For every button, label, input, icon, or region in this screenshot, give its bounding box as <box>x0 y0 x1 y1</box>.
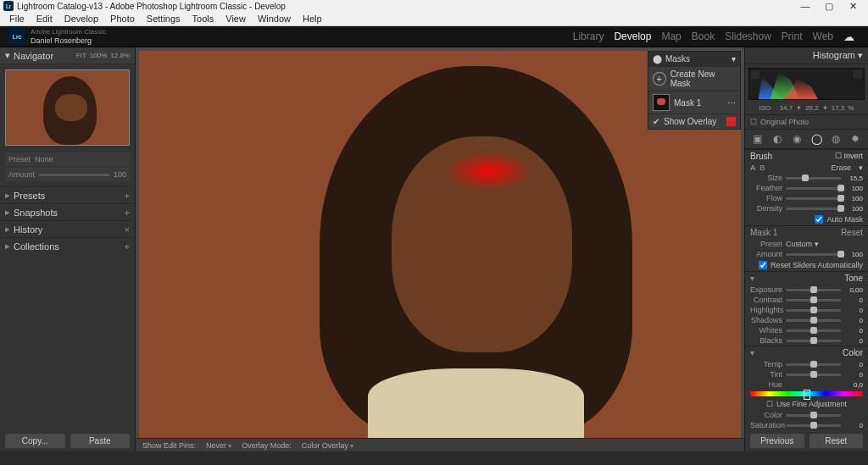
window-minimize-button[interactable]: — <box>793 1 817 11</box>
user-name: Daniel Rosenberg <box>31 36 106 45</box>
window-close-button[interactable]: ✕ <box>841 1 865 12</box>
menu-settings[interactable]: Settings <box>141 14 186 24</box>
mask-amount-slider[interactable] <box>786 253 841 256</box>
auto-mask-checkbox[interactable] <box>815 215 823 224</box>
module-develop[interactable]: Develop <box>614 30 651 43</box>
module-slideshow[interactable]: Slideshow <box>725 30 771 43</box>
brush-tool-icon[interactable]: ✸ <box>849 133 861 145</box>
section-snapshots[interactable]: ▸Snapshots+ <box>0 203 135 220</box>
gradient-tool-icon[interactable]: ◍ <box>830 133 842 145</box>
module-book[interactable]: Book <box>692 30 715 43</box>
tone-blacks-slider[interactable] <box>786 340 841 342</box>
mask-item-1[interactable]: Mask 1 ⋯ <box>648 91 740 113</box>
color-temp-slider[interactable] <box>786 363 841 366</box>
preset-summary: Preset None <box>5 152 130 166</box>
menu-help[interactable]: Help <box>297 14 328 24</box>
masks-panel[interactable]: ⬤ Masks ▾ + Create New Mask Mask 1 ⋯ ✔ S… <box>648 51 741 130</box>
overlay-color-swatch[interactable] <box>726 117 736 126</box>
image-canvas[interactable]: ⬤ Masks ▾ + Create New Mask Mask 1 ⋯ ✔ S… <box>139 51 741 438</box>
color-saturation-slider[interactable] <box>786 424 841 427</box>
module-web[interactable]: Web <box>813 30 833 43</box>
brush-size-slider[interactable] <box>786 177 841 180</box>
module-library[interactable]: Library <box>573 30 604 43</box>
color-color-slider[interactable] <box>786 414 841 417</box>
section-history[interactable]: ▸History× <box>0 220 135 237</box>
invert-mask-toggle[interactable]: Invert <box>843 152 863 160</box>
cloud-sync-icon[interactable]: ☁ <box>843 30 854 43</box>
reset-button[interactable]: Reset <box>810 434 864 448</box>
fine-adjustment-toggle[interactable]: Use Fine Adjustment <box>776 400 847 408</box>
module-map[interactable]: Map <box>661 30 681 43</box>
tone-contrast-slider[interactable] <box>786 299 841 302</box>
photo-collar <box>368 368 585 438</box>
erase-toggle[interactable]: Erase <box>831 163 851 172</box>
heal-tool-icon[interactable]: ◐ <box>771 133 783 145</box>
tone-shadows-slider[interactable] <box>786 319 841 322</box>
module-picker: Library Develop Map Book Slideshow Print… <box>573 30 868 43</box>
product-name: Adobe Lightroom Classic <box>31 28 106 36</box>
section-presets[interactable]: ▸Presets+ <box>0 186 135 203</box>
brush-section-title: Brush <box>750 152 772 161</box>
menu-photo[interactable]: Photo <box>104 14 141 24</box>
mask-name-label: Mask 1 <box>750 228 777 237</box>
navigator-zoom2[interactable]: 12.8% <box>110 52 130 59</box>
tone-section[interactable]: Tone <box>844 274 863 283</box>
navigator-thumbnail[interactable] <box>5 69 130 146</box>
redeye-tool-icon[interactable]: ◉ <box>791 133 803 145</box>
create-new-mask-button[interactable]: + Create New Mask <box>648 66 740 91</box>
overlay-mode-label: Overlay Mode: <box>242 441 292 450</box>
canvas-footer: Show Edit Pins: Never Overlay Mode: Colo… <box>136 438 744 451</box>
brush-feather-slider[interactable] <box>786 187 841 190</box>
menu-window[interactable]: Window <box>252 14 297 24</box>
previous-button[interactable]: Previous <box>750 434 804 448</box>
masks-panel-title: Masks <box>665 54 690 64</box>
hue-slider[interactable] <box>750 391 863 396</box>
color-section[interactable]: Color <box>843 348 863 357</box>
navigator-fit[interactable]: FIT <box>76 52 86 59</box>
menu-tools[interactable]: Tools <box>186 14 220 24</box>
mask-tool-icon[interactable]: ◯ <box>810 133 822 145</box>
app-icon: Lr <box>3 1 14 11</box>
tone-highlights-slider[interactable] <box>786 309 841 312</box>
left-panel: ▾ Navigator FIT 100% 12.8% Preset None A… <box>0 47 136 451</box>
menu-file[interactable]: File <box>3 14 31 24</box>
window-maximize-button[interactable]: ▢ <box>817 1 841 12</box>
histogram-readout: ISO 34,7 ✦26,2 ✦17,3% <box>745 103 868 115</box>
identity-bar: Lrc Adobe Lightroom Classic Daniel Rosen… <box>0 26 868 47</box>
navigator-header[interactable]: ▾ Navigator FIT 100% 12.8% <box>0 47 135 64</box>
mask-more-icon[interactable]: ⋯ <box>727 98 736 108</box>
crop-tool-icon[interactable]: ▣ <box>752 133 764 145</box>
paste-settings-button[interactable]: Paste <box>70 434 131 448</box>
clip-shadows-icon[interactable] <box>751 70 760 79</box>
masks-panel-more-icon[interactable]: ▾ <box>732 54 736 64</box>
histogram[interactable] <box>748 68 865 100</box>
module-print[interactable]: Print <box>782 30 803 43</box>
tone-exposure-slider[interactable] <box>786 289 841 291</box>
window-titlebar: Lr Lightroom Catalog-v13 - Adobe Photosh… <box>0 0 868 12</box>
right-panel: Histogram ▾ ISO 34,7 ✦26,2 ✦17,3% ☐Origi… <box>744 47 868 451</box>
check-icon: ✔ <box>653 117 659 126</box>
original-photo-toggle[interactable]: ☐Original Photo <box>745 115 868 130</box>
center-area: ⬤ Masks ▾ + Create New Mask Mask 1 ⋯ ✔ S… <box>136 47 744 451</box>
menu-develop[interactable]: Develop <box>58 14 104 24</box>
navigator-zoom1[interactable]: 100% <box>90 52 107 59</box>
mask-reset-button[interactable]: Reset <box>841 228 863 237</box>
mask-thumbnail <box>653 94 670 111</box>
brush-density-slider[interactable] <box>786 208 841 210</box>
copy-settings-button[interactable]: Copy... <box>5 434 65 448</box>
histogram-header[interactable]: Histogram ▾ <box>745 47 868 64</box>
menu-bar: File Edit Develop Photo Settings Tools V… <box>0 12 868 26</box>
tone-whites-slider[interactable] <box>786 329 841 332</box>
overlay-mode-dropdown[interactable]: Color Overlay <box>302 441 353 450</box>
plus-icon: + <box>653 72 666 86</box>
mask-preset-dropdown[interactable]: Custom ▾ <box>786 240 819 248</box>
clip-highlights-icon[interactable] <box>854 70 862 79</box>
brush-flow-slider[interactable] <box>786 197 841 200</box>
menu-edit[interactable]: Edit <box>31 14 58 24</box>
show-overlay-toggle[interactable]: ✔ Show Overlay <box>648 113 740 129</box>
show-edit-pins-dropdown[interactable]: Never <box>206 441 231 450</box>
reset-sliders-auto-checkbox[interactable] <box>759 261 767 269</box>
color-tint-slider[interactable] <box>786 374 841 376</box>
section-collections[interactable]: ▸Collections+ <box>0 237 135 254</box>
menu-view[interactable]: View <box>220 14 252 24</box>
